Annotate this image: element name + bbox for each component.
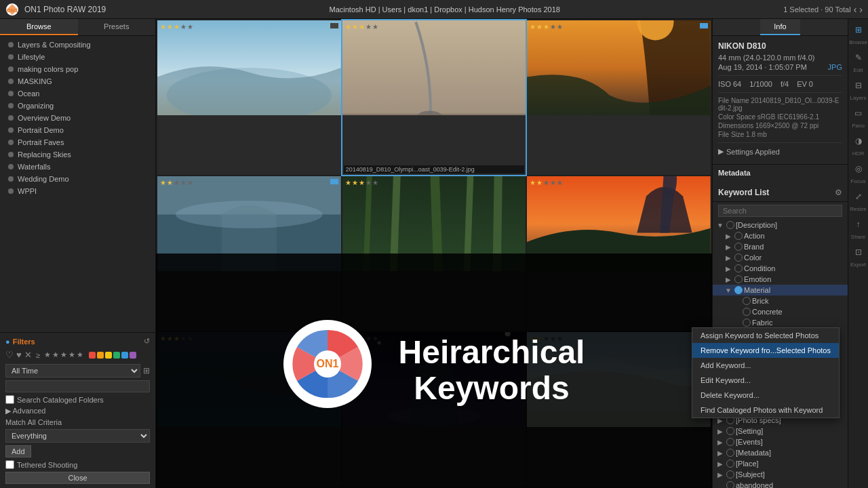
- star-5[interactable]: ★: [77, 350, 83, 359]
- browse-icon[interactable]: ⊞: [850, 22, 867, 38]
- context-menu-find[interactable]: Find Cataloged Photos with Keyword: [713, 403, 839, 418]
- kw-fabric[interactable]: Fabric: [713, 317, 848, 328]
- tethered-checkbox[interactable]: [5, 460, 14, 469]
- kw-metadata[interactable]: ▶ [Metadata]: [713, 447, 848, 458]
- search-input[interactable]: [5, 380, 150, 392]
- resize-icon[interactable]: ⤢: [850, 188, 867, 205]
- expand-icon[interactable]: ▼: [724, 287, 733, 294]
- sidebar-dot: [8, 176, 14, 182]
- expand-icon[interactable]: ▶: [715, 439, 725, 446]
- tethered-label: Tethered Shooting: [17, 461, 77, 469]
- kw-description[interactable]: ▼ [Description]: [713, 220, 848, 230]
- context-menu-add[interactable]: Add Keyword...: [713, 358, 839, 373]
- sidebar-item-masking[interactable]: MASKING: [0, 75, 155, 87]
- kw-place[interactable]: ▶ [Place]: [713, 458, 848, 469]
- photo-cell-2[interactable]: ★ ★ ★ ★ ★ 20140819_D810_Olympi...oast_00…: [342, 20, 526, 175]
- share-icon[interactable]: ↑: [850, 216, 867, 232]
- context-menu-edit[interactable]: Edit Keyword...: [713, 373, 839, 388]
- kw-emotion[interactable]: ▶ Emotion: [713, 274, 848, 285]
- star-4[interactable]: ★: [68, 350, 75, 359]
- focus-icon[interactable]: ◎: [850, 161, 867, 177]
- photo-cell-3[interactable]: ★ ★ ★ ★ ★: [527, 20, 711, 175]
- sidebar-item-ocean[interactable]: Ocean: [0, 87, 155, 100]
- layers-icon[interactable]: ⊟: [850, 77, 867, 94]
- swatch-orange[interactable]: [97, 352, 104, 359]
- advanced-toggle[interactable]: ▶ Advanced: [5, 407, 150, 415]
- nav-info: 1 Selected · 90 Total ‹ ›: [783, 4, 863, 15]
- close-button[interactable]: Close: [5, 472, 150, 484]
- swatch-blue[interactable]: [121, 352, 128, 359]
- sidebar-item-overview-demo[interactable]: Overview Demo: [0, 112, 155, 124]
- time-select[interactable]: All Time: [5, 364, 140, 378]
- star-3[interactable]: ★: [60, 350, 67, 359]
- expand-icon[interactable]: ▶: [724, 265, 733, 272]
- context-menu-delete[interactable]: Delete Keyword...: [713, 388, 839, 403]
- swatch-red[interactable]: [89, 352, 96, 359]
- tab-presets[interactable]: Presets: [78, 19, 156, 35]
- expand-icon[interactable]: ▶: [715, 460, 725, 468]
- heart-icon[interactable]: ♡: [5, 350, 14, 360]
- expand-icon[interactable]: ▶: [715, 428, 725, 435]
- sidebar-item-waterfalls[interactable]: Waterfalls: [0, 161, 155, 173]
- tab-browse[interactable]: Browse: [0, 19, 78, 35]
- swatch-green[interactable]: [113, 352, 120, 359]
- filters-reset[interactable]: ↺: [144, 337, 150, 346]
- cataloged-checkbox[interactable]: [5, 395, 14, 404]
- nav-next[interactable]: ›: [859, 4, 863, 15]
- sidebar-item-wppi[interactable]: WPPI: [0, 185, 155, 197]
- kw-brick[interactable]: Brick: [713, 296, 848, 306]
- sidebar-item-organizing[interactable]: Organizing: [0, 100, 155, 112]
- reject-icon[interactable]: ✕: [24, 350, 32, 360]
- keyword-gear-icon[interactable]: ⚙: [835, 188, 842, 197]
- kw-circle: [734, 253, 743, 262]
- expand-icon[interactable]: ▶: [724, 254, 733, 262]
- hdr-icon[interactable]: ◑: [850, 133, 867, 149]
- kw-material[interactable]: ▼ Material: [713, 285, 848, 296]
- settings-applied-row[interactable]: ▶ Settings Applied: [718, 147, 842, 156]
- grid-view-icon[interactable]: ⊞: [143, 366, 150, 375]
- photo-stars: ★ ★ ★ ★ ★: [345, 23, 378, 30]
- sidebar-item-portrait-faves[interactable]: Portrait Faves: [0, 136, 155, 148]
- tab-info[interactable]: Info: [760, 19, 800, 35]
- sidebar-item-portrait-demo[interactable]: Portrait Demo: [0, 124, 155, 136]
- everything-select[interactable]: Everything: [5, 429, 150, 443]
- expand-icon[interactable]: ▶: [715, 471, 725, 479]
- context-menu-remove[interactable]: Remove Keyword fro...Selected Photos: [713, 343, 839, 358]
- photo-cell-1[interactable]: ★ ★ ★ ★ ★: [157, 20, 341, 175]
- sidebar-item-wedding-demo[interactable]: Wedding Demo: [0, 173, 155, 185]
- expand-icon[interactable]: ▶: [724, 276, 733, 283]
- kw-subject[interactable]: ▶ [Subject]: [713, 469, 848, 480]
- sidebar-item-replacing-skies[interactable]: Replacing Skies: [0, 148, 155, 161]
- expand-icon[interactable]: ▶: [724, 232, 733, 240]
- kw-label: abandoned: [736, 481, 845, 488]
- expand-icon[interactable]: ▶: [724, 243, 733, 251]
- kw-concrete[interactable]: Concrete: [713, 306, 848, 317]
- star-1[interactable]: ★: [44, 350, 51, 359]
- expand-icon[interactable]: ▶: [715, 449, 725, 457]
- expand-icon[interactable]: ▼: [715, 222, 725, 229]
- kw-abandoned[interactable]: abandoned: [713, 480, 848, 488]
- photo-flag: [330, 23, 338, 28]
- kw-color[interactable]: ▶ Color: [713, 252, 848, 263]
- sidebar-item-layers[interactable]: Layers & Compositing: [0, 39, 155, 51]
- sidebar-item-making-colors[interactable]: making colors pop: [0, 63, 155, 75]
- edit-icon[interactable]: ✎: [850, 49, 867, 66]
- keyword-search-input[interactable]: [718, 205, 842, 217]
- kw-brand[interactable]: ▶ Brand: [713, 241, 848, 252]
- heart-filled-icon[interactable]: ♥: [16, 350, 22, 360]
- nav-prev[interactable]: ‹: [854, 4, 857, 15]
- sidebar-item-lifestyle[interactable]: Lifestyle: [0, 51, 155, 63]
- add-button[interactable]: Add: [5, 445, 31, 458]
- context-menu-assign[interactable]: Assign Keyword to Selected Photos: [713, 328, 839, 343]
- kw-condition[interactable]: ▶ Condition: [713, 263, 848, 274]
- pano-icon[interactable]: ▭: [850, 105, 867, 121]
- swatch-purple[interactable]: [130, 352, 136, 359]
- kw-events[interactable]: ▶ [Events]: [713, 436, 848, 447]
- star-2[interactable]: ★: [52, 350, 59, 359]
- swatch-yellow[interactable]: [105, 352, 112, 359]
- star-filter: ★ ★ ★ ★ ★: [44, 350, 83, 359]
- export-icon[interactable]: ⊡: [850, 244, 867, 260]
- color-swatches: [89, 352, 136, 359]
- kw-action[interactable]: ▶ Action: [713, 230, 848, 241]
- kw-setting[interactable]: ▶ [Setting]: [713, 426, 848, 436]
